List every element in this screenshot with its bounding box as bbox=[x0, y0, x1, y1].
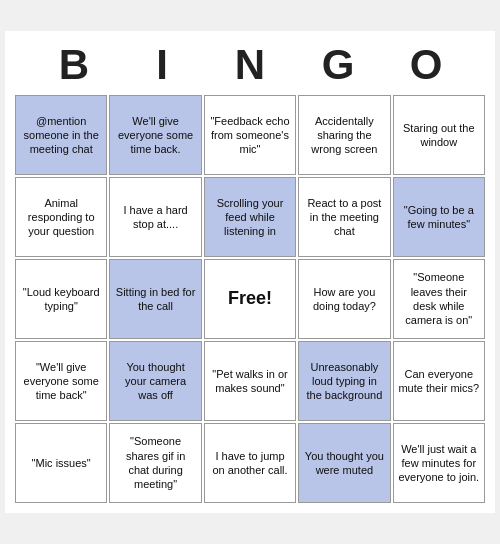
bingo-cell-5[interactable]: Animal responding to your question bbox=[15, 177, 107, 257]
bingo-cell-19[interactable]: Can everyone mute their mics? bbox=[393, 341, 485, 421]
bingo-cell-7[interactable]: Scrolling your feed while listening in bbox=[204, 177, 296, 257]
bingo-cell-12[interactable]: Free! bbox=[204, 259, 296, 339]
bingo-cell-10[interactable]: "Loud keyboard typing" bbox=[15, 259, 107, 339]
bingo-cell-18[interactable]: Unreasonably loud typing in the backgrou… bbox=[298, 341, 390, 421]
letter-b: B bbox=[30, 41, 118, 89]
bingo-cell-11[interactable]: Sitting in bed for the call bbox=[109, 259, 201, 339]
bingo-cell-9[interactable]: "Going to be a few minutes" bbox=[393, 177, 485, 257]
bingo-cell-2[interactable]: "Feedback echo from someone's mic" bbox=[204, 95, 296, 175]
bingo-cell-13[interactable]: How are you doing today? bbox=[298, 259, 390, 339]
bingo-cell-21[interactable]: "Someone shares gif in chat during meeti… bbox=[109, 423, 201, 503]
bingo-card: B I N G O @mention someone in the meetin… bbox=[5, 31, 495, 513]
letter-n: N bbox=[206, 41, 294, 89]
bingo-cell-6[interactable]: I have a hard stop at.... bbox=[109, 177, 201, 257]
bingo-cell-23[interactable]: You thought you were muted bbox=[298, 423, 390, 503]
bingo-cell-15[interactable]: "We'll give everyone some time back" bbox=[15, 341, 107, 421]
bingo-cell-16[interactable]: You thought your camera was off bbox=[109, 341, 201, 421]
bingo-cell-3[interactable]: Accidentally sharing the wrong screen bbox=[298, 95, 390, 175]
letter-o: O bbox=[382, 41, 470, 89]
letter-g: G bbox=[294, 41, 382, 89]
bingo-grid: @mention someone in the meeting chatWe'l… bbox=[15, 95, 485, 503]
bingo-cell-4[interactable]: Staring out the window bbox=[393, 95, 485, 175]
letter-i: I bbox=[118, 41, 206, 89]
bingo-cell-22[interactable]: I have to jump on another call. bbox=[204, 423, 296, 503]
bingo-title: B I N G O bbox=[15, 41, 485, 89]
bingo-cell-14[interactable]: "Someone leaves their desk while camera … bbox=[393, 259, 485, 339]
bingo-cell-0[interactable]: @mention someone in the meeting chat bbox=[15, 95, 107, 175]
bingo-cell-24[interactable]: We'll just wait a few minutes for everyo… bbox=[393, 423, 485, 503]
bingo-cell-17[interactable]: "Pet walks in or makes sound" bbox=[204, 341, 296, 421]
bingo-cell-1[interactable]: We'll give everyone some time back. bbox=[109, 95, 201, 175]
bingo-cell-8[interactable]: React to a post in the meeting chat bbox=[298, 177, 390, 257]
bingo-cell-20[interactable]: "Mic issues" bbox=[15, 423, 107, 503]
